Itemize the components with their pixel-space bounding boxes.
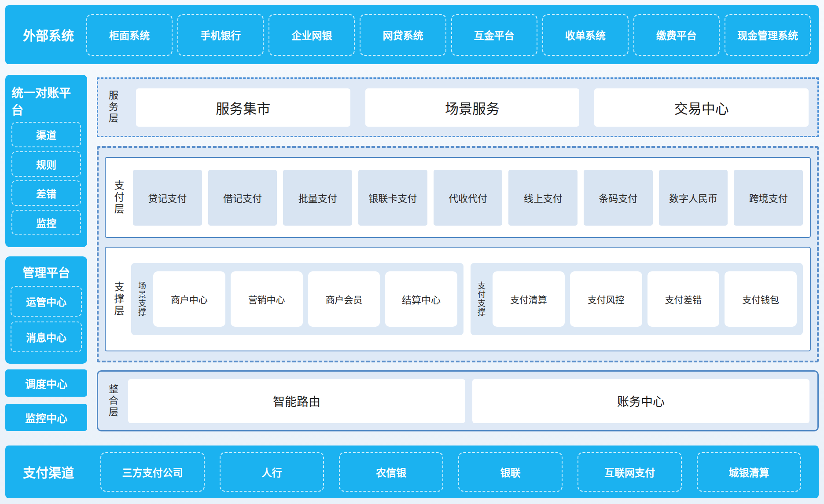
support-box-merchant-center: 商户中心 — [153, 271, 225, 327]
integration-layer: 整合层 智能路由 账务中心 — [97, 370, 819, 431]
payment-box-crossborder: 跨境支付 — [734, 170, 803, 226]
service-box-trade-center: 交易中心 — [594, 88, 809, 127]
recon-item-rules: 规则 — [11, 151, 81, 177]
mgmt-platform-items: 运管中心 消息中心 — [11, 281, 82, 358]
recon-item-monitoring: 监控 — [11, 210, 81, 235]
external-system-counter: 柜面系统 — [86, 14, 173, 56]
support-box-payment-risk: 支付风控 — [570, 271, 642, 327]
external-system-mobile-banking: 手机银行 — [177, 14, 264, 56]
mgmt-item-operations-center: 运管中心 — [11, 286, 82, 317]
service-box-market: 服务集市 — [136, 88, 350, 127]
support-box-payment-errors: 支付差错 — [647, 271, 720, 327]
channel-internet-payment: 互联网支付 — [578, 452, 682, 492]
recon-platform-title: 统一对账平台 — [11, 84, 81, 118]
service-layer-label: 服务层 — [103, 90, 121, 124]
payment-box-debit: 借记支付 — [208, 170, 277, 226]
support-groups: 场景支撑 商户中心 营销中心 商户会员 结算中心 支付支撑 支付清算 支付风控 … — [131, 248, 803, 351]
channel-unionpay: 银联 — [458, 452, 563, 492]
recon-platform-items: 渠道 规则 差错 监控 — [11, 118, 81, 239]
recon-item-errors: 差错 — [11, 180, 81, 206]
core-dashed-container: 支付层 贷记支付 借记支付 批量支付 银联卡支付 代收代付 线上支付 条码支付 … — [97, 146, 819, 362]
support-layer-label: 支撑层 — [110, 281, 127, 317]
payment-box-batch: 批量支付 — [283, 170, 352, 226]
integration-box-smart-routing: 智能路由 — [128, 379, 465, 423]
mgmt-item-message-center: 消息中心 — [11, 321, 82, 352]
mgmt-platform-title: 管理平台 — [22, 263, 70, 281]
payment-box-digital-rmb: 数字人民币 — [659, 170, 728, 226]
external-system-online-loan: 网贷系统 — [360, 14, 446, 56]
service-layer: 服务层 服务集市 场景服务 交易中心 — [97, 77, 819, 137]
channel-third-party-payment: 三方支付公司 — [100, 452, 205, 492]
payment-box-credit: 贷记支付 — [133, 170, 202, 226]
support-box-settlement-center: 结算中心 — [385, 271, 457, 327]
scene-support-group: 场景支撑 商户中心 营销中心 商户会员 结算中心 — [131, 263, 464, 335]
payment-box-collection: 代收代付 — [434, 170, 503, 226]
payment-support-label: 支付支撑 — [474, 281, 487, 317]
payment-channels-title: 支付渠道 — [23, 463, 74, 481]
main-column: 服务层 服务集市 场景服务 交易中心 支付层 贷记支付 借记支付 批量支付 银联… — [97, 75, 819, 431]
external-systems-bar: 外部系统 柜面系统 手机银行 企业网银 网贷系统 互金平台 收单系统 缴费平台 … — [5, 5, 819, 64]
external-system-acquiring: 收单系统 — [542, 14, 629, 56]
support-box-payment-wallet: 支付钱包 — [725, 271, 797, 327]
payment-support-group: 支付支撑 支付清算 支付风控 支付差错 支付钱包 — [471, 263, 803, 335]
scene-support-label: 场景支撑 — [135, 281, 148, 317]
payment-layer-label: 支付层 — [110, 180, 127, 215]
integration-layer-label: 整合层 — [103, 384, 121, 418]
external-system-corporate-ebank: 企业网银 — [269, 14, 355, 56]
support-box-marketing-center: 营销中心 — [231, 271, 303, 327]
integration-box-accounting-center: 账务中心 — [472, 379, 809, 423]
external-system-cash-mgmt: 现金管理系统 — [725, 14, 811, 56]
dispatch-center-block: 调度中心 — [5, 369, 87, 397]
support-box-merchant-member: 商户会员 — [308, 271, 380, 327]
monitor-center-block: 监控中心 — [5, 404, 87, 431]
channel-rural-credit-bank: 农信银 — [339, 452, 443, 492]
channel-pboc: 人行 — [220, 452, 324, 492]
external-system-bill-payment: 缴费平台 — [633, 14, 720, 56]
payment-box-barcode: 条码支付 — [584, 170, 653, 226]
payment-layer: 支付层 贷记支付 借记支付 批量支付 银联卡支付 代收代付 线上支付 条码支付 … — [105, 157, 811, 238]
recon-platform-block: 统一对账平台 渠道 规则 差错 监控 — [5, 75, 87, 247]
external-systems-items: 柜面系统 手机银行 企业网银 网贷系统 互金平台 收单系统 缴费平台 现金管理系… — [86, 14, 811, 56]
external-system-internet-finance: 互金平台 — [451, 14, 537, 56]
support-box-payment-clearing: 支付清算 — [493, 271, 565, 327]
external-systems-title: 外部系统 — [23, 26, 74, 44]
support-layer: 支撑层 场景支撑 商户中心 营销中心 商户会员 结算中心 支付支撑 支付清算 支… — [105, 247, 811, 351]
service-box-scene: 场景服务 — [365, 88, 580, 127]
left-sidebar: 统一对账平台 渠道 规则 差错 监控 管理平台 运管中心 消息中心 调度中心 监… — [5, 75, 87, 431]
payment-channels-bar: 支付渠道 三方支付公司 人行 农信银 银联 互联网支付 城银清算 — [5, 446, 819, 498]
middle-zone: 统一对账平台 渠道 规则 差错 监控 管理平台 运管中心 消息中心 调度中心 监… — [5, 75, 819, 431]
payment-box-unionpay-card: 银联卡支付 — [358, 170, 427, 226]
recon-item-channel: 渠道 — [11, 122, 81, 147]
payment-box-online: 线上支付 — [508, 170, 578, 226]
payment-channels-items: 三方支付公司 人行 农信银 银联 互联网支付 城银清算 — [100, 452, 801, 492]
channel-city-bank-clearing: 城银清算 — [697, 452, 801, 492]
mgmt-platform-block: 管理平台 运管中心 消息中心 — [5, 256, 87, 364]
